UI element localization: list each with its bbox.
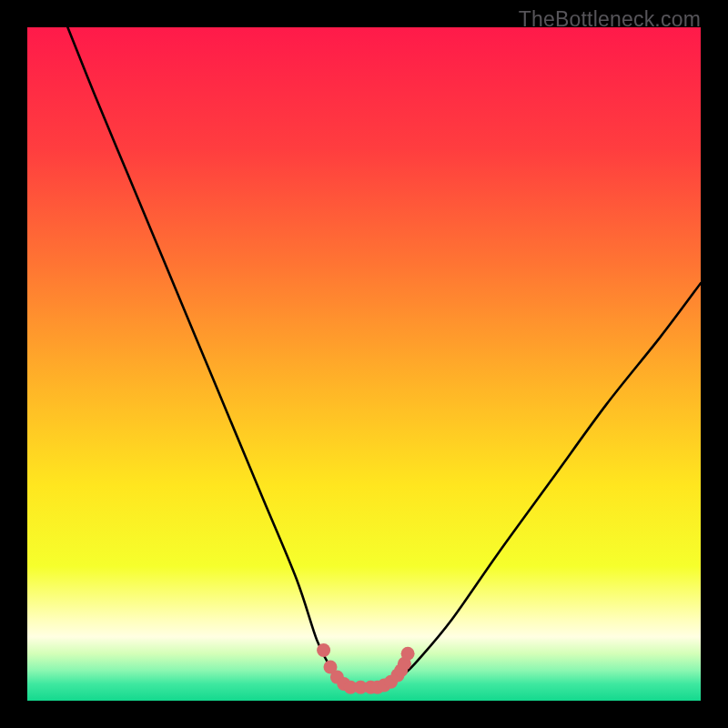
bottleneck-curve (67, 27, 701, 688)
basin-marker (317, 643, 330, 657)
basin-marker-group (317, 643, 415, 694)
plot-area (27, 27, 701, 701)
chart-frame: TheBottleneck.com (0, 0, 728, 728)
basin-marker (401, 647, 415, 661)
chart-canvas (27, 27, 701, 701)
watermark-text: TheBottleneck.com (519, 7, 701, 32)
